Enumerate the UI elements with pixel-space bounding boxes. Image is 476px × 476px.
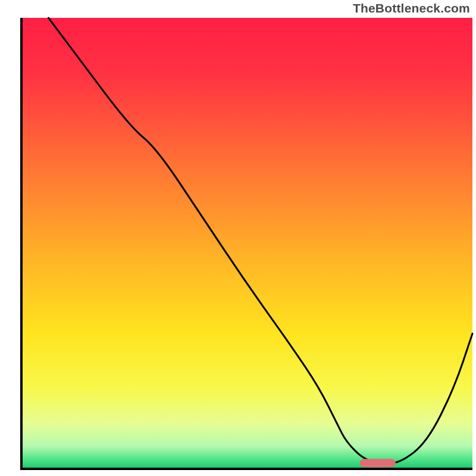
bottleneck-chart — [0, 0, 476, 476]
chart-container: TheBottleneck.com — [0, 0, 476, 476]
gradient-background — [21, 18, 472, 469]
optimal-marker — [360, 459, 396, 467]
